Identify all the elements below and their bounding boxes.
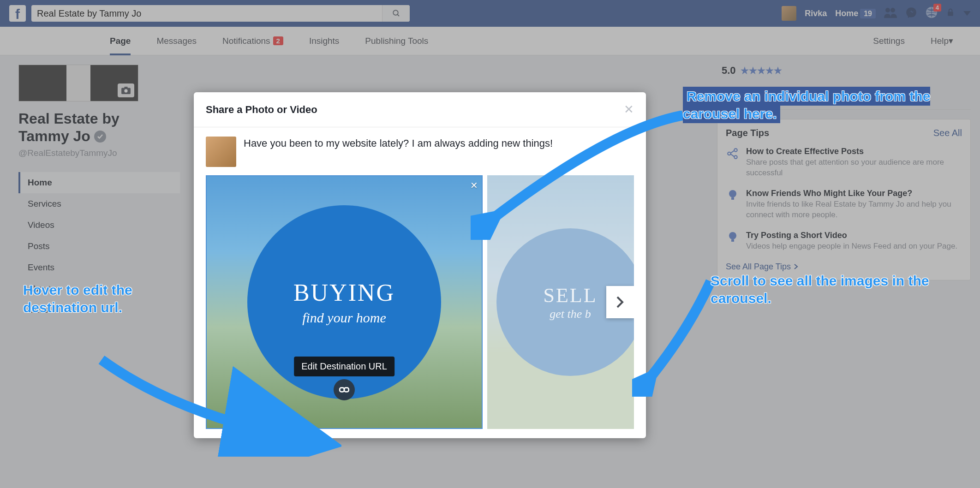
svg-point-8 <box>124 89 127 92</box>
messenger-icon[interactable] <box>905 6 917 20</box>
top-bar: f Rivka Home19 4 <box>0 0 980 27</box>
sidebar-videos[interactable]: Videos <box>18 214 180 236</box>
svg-point-0 <box>393 10 398 15</box>
modal-title: Share a Photo or Video <box>206 104 317 116</box>
tab-help[interactable]: Help ▾ <box>918 27 966 55</box>
verified-icon <box>94 131 106 143</box>
user-avatar[interactable] <box>782 6 796 21</box>
search-container <box>31 5 410 22</box>
search-button[interactable] <box>382 5 410 22</box>
left-column: Real Estate by Tammy Jo @RealEstatebyTam… <box>0 55 194 321</box>
svg-point-3 <box>890 8 895 12</box>
svg-line-14 <box>731 151 735 153</box>
annotation-arrow-1 <box>471 111 692 240</box>
sidebar-events[interactable]: Events <box>18 257 180 278</box>
annotation-arrow-3 <box>92 355 341 457</box>
share-icon <box>727 148 739 160</box>
tip-item-3[interactable]: Try Posting a Short Video Videos help en… <box>726 231 962 252</box>
notifications-tab-badge: 2 <box>273 36 283 45</box>
tab-page[interactable]: Page <box>97 27 143 55</box>
svg-point-2 <box>885 8 890 12</box>
see-all-tips-link[interactable]: See All Page Tips <box>726 262 962 272</box>
svg-line-15 <box>731 154 735 156</box>
tip3-title: Try Posting a Short Video <box>746 231 957 240</box>
card2-subheading: get the b <box>550 307 591 321</box>
svg-rect-5 <box>948 12 953 16</box>
search-input[interactable] <box>31 8 382 19</box>
tab-insights[interactable]: Insights <box>296 27 352 55</box>
tip-item-1[interactable]: How to Create Effective Posts Share post… <box>726 147 962 179</box>
page-title: Real Estate by <box>18 110 180 127</box>
home-badge: 19 <box>860 9 876 18</box>
tab-notifications[interactable]: Notifications2 <box>209 27 296 55</box>
search-icon <box>392 9 400 18</box>
annotation-hover-url: Hover to edit the destination url. <box>23 281 185 316</box>
topbar-right: Rivka Home19 4 <box>782 6 971 21</box>
tab-messages[interactable]: Messages <box>143 27 209 55</box>
svg-rect-7 <box>124 87 127 89</box>
sidebar-posts[interactable]: Posts <box>18 236 180 257</box>
notifications-icon[interactable]: 4 <box>926 6 938 20</box>
home-link[interactable]: Home19 <box>835 9 876 18</box>
tip2-desc: Invite friends to like Real Estate by Ta… <box>746 199 962 220</box>
svg-point-12 <box>734 149 737 152</box>
facebook-logo[interactable]: f <box>9 5 26 22</box>
dropdown-icon[interactable] <box>963 9 971 18</box>
annotation-scroll-carousel: Scroll to see all the images in the caro… <box>711 272 932 307</box>
page-title-line2: Tammy Jo <box>18 127 180 145</box>
svg-rect-19 <box>731 239 734 242</box>
see-all-link[interactable]: See All <box>933 128 962 138</box>
tips-title: Page Tips <box>726 128 769 138</box>
svg-point-13 <box>734 155 737 159</box>
svg-point-18 <box>729 232 736 239</box>
card1-heading: BUYING <box>293 279 395 306</box>
tab-publishing[interactable]: Publishing Tools <box>352 27 441 55</box>
card1-subheading: find your home <box>302 310 386 326</box>
carousel-next-button[interactable] <box>606 286 634 318</box>
notification-badge: 4 <box>933 4 941 12</box>
tip3-desc: Videos help engage people in News Feed a… <box>746 241 957 252</box>
camera-icon <box>121 86 131 95</box>
friend-requests-icon[interactable] <box>884 7 897 20</box>
tip1-desc: Share posts that get attention so your a… <box>746 157 962 179</box>
chevron-right-icon <box>616 296 624 309</box>
star-icons: ★★★★★ <box>741 65 782 76</box>
tab-settings[interactable]: Settings <box>860 27 918 55</box>
tip2-title: Know Friends Who Might Like Your Page? <box>746 189 962 198</box>
tip-item-2[interactable]: Know Friends Who Might Like Your Page? I… <box>726 189 962 220</box>
cover-photo-thumb[interactable] <box>18 65 138 101</box>
lightbulb-icon <box>728 190 738 202</box>
page-tabs: Page Messages Notifications2 Insights Pu… <box>0 27 980 55</box>
svg-line-1 <box>397 14 399 16</box>
page-rating: 5.0 ★★★★★ <box>717 65 971 77</box>
sidebar-home[interactable]: Home <box>18 172 180 193</box>
svg-rect-17 <box>731 197 734 200</box>
camera-button[interactable] <box>118 83 134 97</box>
sidebar-services[interactable]: Services <box>18 193 180 214</box>
chevron-right-icon <box>794 263 798 270</box>
composer-avatar <box>206 137 236 167</box>
page-handle: @RealEstatebyTammyJo <box>18 148 180 158</box>
card2-heading: SELL <box>543 284 597 307</box>
privacy-icon[interactable] <box>946 8 955 19</box>
lightbulb-icon <box>728 232 738 244</box>
tip1-title: How to Create Effective Posts <box>746 147 962 156</box>
svg-point-11 <box>728 152 731 155</box>
page-tips-card: Page Tips See All How to Create Effectiv… <box>717 119 971 280</box>
username-link[interactable]: Rivka <box>805 9 827 18</box>
svg-rect-21 <box>344 388 349 392</box>
annotation-remove-photo: Remove an individual photo from the caro… <box>683 88 932 122</box>
svg-point-16 <box>729 190 736 197</box>
